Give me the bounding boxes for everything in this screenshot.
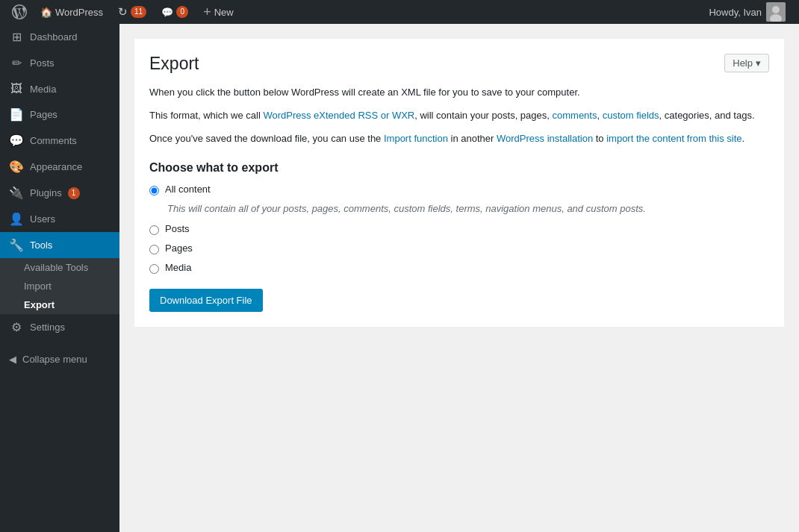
adminbar-user[interactable]: Howdy, Ivan	[701, 2, 793, 22]
users-icon: 👤	[9, 212, 24, 226]
adminbar-wp-logo[interactable]	[6, 0, 33, 24]
plugins-badge: 1	[68, 187, 80, 199]
description-2: This format, which we call WordPress eXt…	[149, 108, 769, 124]
sidebar-item-media[interactable]: 🖼 Media	[0, 76, 119, 101]
new-label: New	[214, 7, 234, 18]
adminbar-updates[interactable]: ↻ 11	[111, 0, 154, 24]
description-3: Once you've saved the download file, you…	[149, 131, 769, 147]
plus-icon: +	[203, 4, 211, 20]
updates-count: 11	[131, 6, 146, 18]
pages-icon: 📄	[9, 107, 24, 122]
sidebar-item-tools[interactable]: 🔧 Tools	[0, 232, 119, 258]
sidebar-item-users[interactable]: 👤 Users	[0, 206, 119, 232]
admin-menu: ⊞ Dashboard ✏ Posts 🖼 Media 📄 Pages 💬 Co…	[0, 24, 119, 532]
help-label: Help	[733, 57, 753, 69]
help-button[interactable]: Help ▾	[724, 54, 769, 72]
wp-wrap: ⊞ Dashboard ✏ Posts 🖼 Media 📄 Pages 💬 Co…	[0, 24, 799, 532]
comments-menu-icon: 💬	[9, 134, 24, 148]
content-wrap: Help ▾ Export When you click the button …	[134, 39, 784, 327]
radio-all-content[interactable]	[149, 186, 159, 195]
plugins-icon: 🔌	[9, 186, 24, 200]
sidebar-label-dashboard: Dashboard	[30, 31, 78, 43]
option-pages: Pages	[149, 242, 769, 254]
adminbar-left: 🏠 WordPress ↻ 11 💬 0 + New	[6, 0, 701, 24]
description-1: When you click the button below WordPres…	[149, 85, 769, 101]
option-all-content: All content	[149, 184, 769, 195]
adminbar-site[interactable]: 🏠 WordPress	[33, 0, 111, 24]
sidebar-label-users: Users	[30, 213, 55, 225]
updates-icon: ↻	[118, 5, 128, 19]
adminbar-right: Howdy, Ivan	[701, 2, 793, 22]
sidebar-item-dashboard[interactable]: ⊞ Dashboard	[0, 24, 119, 50]
collapse-icon: ◀	[9, 354, 16, 365]
label-pages[interactable]: Pages	[165, 242, 193, 254]
sidebar-item-available-tools[interactable]: Available Tools	[0, 258, 119, 277]
wxr-link[interactable]: WordPress eXtended RSS or WXR	[263, 110, 414, 121]
custom-fields-link[interactable]: custom fields	[603, 110, 659, 121]
radio-media[interactable]	[149, 264, 159, 274]
media-icon: 🖼	[9, 82, 24, 96]
comments-count: 0	[176, 6, 188, 18]
adminbar-site-label: WordPress	[55, 7, 103, 18]
collapse-label: Collapse menu	[22, 354, 87, 365]
svg-point-1	[772, 6, 780, 13]
sidebar-item-export[interactable]: Export	[0, 295, 119, 314]
main-content: Help ▾ Export When you click the button …	[119, 24, 799, 532]
avatar	[766, 2, 786, 22]
comments-link[interactable]: comments	[553, 110, 597, 121]
sidebar-label-posts: Posts	[30, 57, 55, 69]
import-link[interactable]: Import function	[384, 133, 448, 144]
sidebar-label-comments: Comments	[30, 135, 77, 146]
collapse-menu[interactable]: ◀ Collapse menu	[0, 348, 119, 371]
sidebar-label-plugins: Plugins	[30, 187, 62, 198]
label-all-content[interactable]: All content	[165, 184, 211, 195]
option-media: Media	[149, 262, 769, 274]
sidebar-item-pages[interactable]: 📄 Pages	[0, 101, 119, 128]
sidebar-label-pages: Pages	[30, 109, 57, 120]
sidebar-item-plugins[interactable]: 🔌 Plugins 1	[0, 180, 119, 206]
tools-submenu: Available Tools Import Export	[0, 258, 119, 314]
chevron-down-icon: ▾	[756, 57, 761, 69]
radio-posts[interactable]	[149, 225, 159, 235]
import-content-link[interactable]: import the content from this site	[606, 133, 742, 144]
posts-icon: ✏	[9, 56, 24, 70]
option-posts: Posts	[149, 223, 769, 235]
page-title: Export	[149, 54, 769, 74]
sidebar-label-settings: Settings	[30, 322, 65, 333]
comments-icon: 💬	[161, 7, 173, 18]
sidebar-item-settings[interactable]: ⚙ Settings	[0, 314, 119, 340]
all-content-hint: This will contain all of your posts, pag…	[167, 203, 769, 214]
sidebar-label-appearance: Appearance	[30, 161, 82, 172]
home-icon: 🏠	[40, 7, 52, 18]
sidebar-label-tools: Tools	[30, 240, 52, 251]
sidebar-item-import[interactable]: Import	[0, 277, 119, 295]
sidebar-label-media: Media	[30, 84, 56, 95]
appearance-icon: 🎨	[9, 160, 24, 174]
adminbar-new[interactable]: + New	[196, 0, 241, 24]
sidebar-item-appearance[interactable]: 🎨 Appearance	[0, 154, 119, 180]
download-export-button[interactable]: Download Export File	[149, 289, 263, 312]
sidebar-item-comments[interactable]: 💬 Comments	[0, 128, 119, 154]
admin-bar: 🏠 WordPress ↻ 11 💬 0 + New Howdy, Ivan	[0, 0, 799, 24]
wordpress-link[interactable]: WordPress installation	[497, 133, 593, 144]
dashboard-icon: ⊞	[9, 30, 24, 44]
howdy-text: Howdy, Ivan	[709, 7, 762, 18]
sidebar-item-posts[interactable]: ✏ Posts	[0, 50, 119, 76]
tools-icon: 🔧	[9, 238, 24, 252]
label-posts[interactable]: Posts	[165, 223, 190, 234]
label-media[interactable]: Media	[165, 262, 191, 273]
settings-icon: ⚙	[9, 320, 24, 334]
adminbar-comments[interactable]: 💬 0	[154, 0, 196, 24]
radio-pages[interactable]	[149, 245, 159, 254]
section-title: Choose what to export	[149, 161, 769, 175]
